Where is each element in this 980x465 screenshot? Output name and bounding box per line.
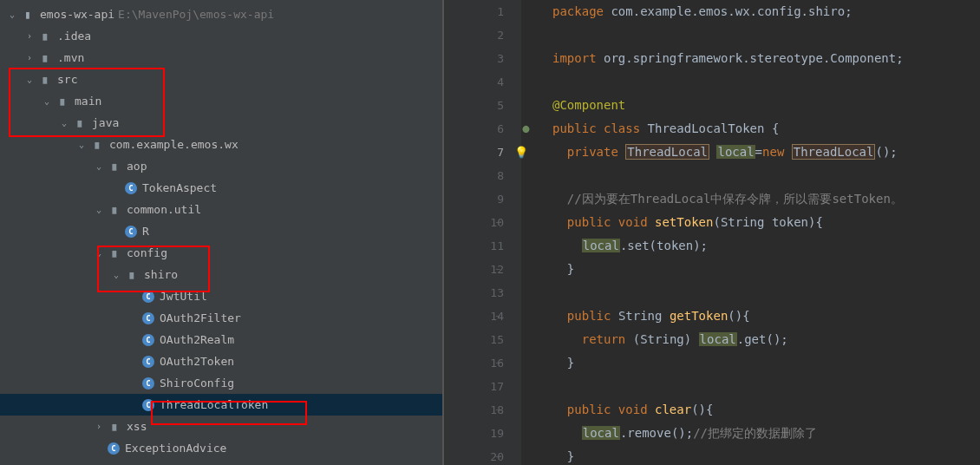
tree-item-com-example-emos-wx[interactable]: ⌄com.example.emos.wx [0, 134, 442, 155]
tree-item-aop[interactable]: ⌄aop [0, 155, 442, 177]
fold-icon[interactable]: − [496, 445, 500, 465]
tree-item-oauth2realm[interactable]: OAuth2Realm [0, 329, 442, 350]
code-token: private [567, 145, 625, 159]
chevron-right-icon[interactable]: › [24, 31, 35, 42]
chevron-right-icon[interactable]: › [24, 53, 35, 63]
class-icon [142, 399, 154, 411]
fold-icon[interactable]: − [496, 258, 500, 281]
tree-item-shiroconfig[interactable]: ShiroConfig [0, 372, 442, 394]
code-token: package [552, 4, 611, 18]
chevron-right-icon[interactable]: › [94, 422, 104, 432]
code-line[interactable]: public void setToken(String token){ [552, 211, 980, 234]
code-token: (String) [633, 332, 699, 346]
code-token: (){ [728, 309, 749, 323]
class-icon [108, 442, 120, 455]
tree-label: ThreadLocalToken [160, 398, 268, 411]
code-line[interactable]: public String getToken(){ [552, 305, 980, 328]
tree-label: OAuth2Filter [160, 311, 241, 324]
fold-icon[interactable]: − [496, 398, 500, 422]
tree-label: R [142, 225, 149, 238]
class-icon [142, 291, 154, 303]
code-line[interactable]: @Component [552, 94, 980, 117]
fold-icon[interactable]: − [496, 351, 500, 375]
folder-icon [38, 51, 52, 65]
tree-item-java[interactable]: ⌄java [0, 112, 442, 134]
code-line[interactable]: local.remove();//把绑定的数据删除了 [552, 422, 980, 445]
code-line[interactable] [552, 164, 980, 187]
project-icon [21, 8, 35, 22]
code-token: local [582, 426, 620, 440]
code-line[interactable] [552, 23, 980, 47]
class-icon [142, 377, 154, 390]
tree-item-oauth2filter[interactable]: OAuth2Filter [0, 307, 442, 329]
tree-item--mvn[interactable]: ›.mvn [0, 47, 442, 69]
tree-item-config[interactable]: ⌄config [0, 242, 442, 264]
folder-icon [38, 29, 52, 43]
code-line[interactable] [552, 281, 980, 305]
tree-label: com.example.emos.wx [109, 138, 238, 151]
tree-item-src[interactable]: ⌄src [0, 69, 442, 90]
fold-icon[interactable]: − [496, 305, 500, 328]
code-line[interactable]: import org.springframework.stereotype.Co… [552, 47, 980, 70]
tree-label: ShiroConfig [160, 377, 234, 390]
code-line[interactable] [552, 70, 980, 94]
tree-item-common-util[interactable]: ⌄common.util [0, 199, 442, 220]
tree-item-threadlocaltoken[interactable]: ThreadLocalToken [0, 394, 442, 416]
code-token: com.example.emos.wx.config.shiro; [611, 4, 852, 18]
tree-item-emos-wx-api[interactable]: ⌄emos-wx-apiE:\MavenPoj\emos-wx-api [0, 3, 442, 25]
chevron-down-icon[interactable]: ⌄ [42, 96, 52, 107]
code-token: (); [875, 145, 897, 159]
code-area[interactable]: package com.example.emos.wx.config.shiro… [521, 0, 980, 465]
tree-label: TokenAspect [142, 181, 217, 194]
code-token: //因为要在ThreadLocal中保存令牌，所以需要setToken。 [567, 192, 903, 206]
code-token: ThreadLocal [792, 144, 876, 160]
tree-item-tokenaspect[interactable]: TokenAspect [0, 177, 442, 199]
chevron-down-icon[interactable]: ⌄ [111, 270, 121, 280]
code-line[interactable]: } [552, 445, 980, 465]
gutter-line: 18− [445, 398, 504, 422]
package-icon [125, 268, 139, 282]
tree-item-r[interactable]: R [0, 220, 442, 242]
chevron-down-icon[interactable]: ⌄ [7, 10, 17, 20]
tree-item-jwtutil[interactable]: JwtUtil [0, 285, 442, 307]
class-icon [142, 334, 154, 346]
chevron-down-icon[interactable]: ⌄ [94, 161, 104, 172]
code-token: getToken [670, 309, 728, 323]
project-tree-panel[interactable]: ⌄emos-wx-apiE:\MavenPoj\emos-wx-api›.ide… [0, 0, 442, 465]
code-line[interactable]: public void clear(){ [552, 398, 980, 422]
tree-label: .mvn [57, 51, 84, 64]
code-line[interactable]: } [552, 258, 980, 281]
gutter-line: 2 [445, 23, 504, 47]
code-line[interactable]: } [552, 351, 980, 375]
code-line[interactable]: //因为要在ThreadLocal中保存令牌，所以需要setToken。 [552, 187, 980, 211]
code-token: .remove(); [620, 426, 693, 440]
code-token: public void [567, 215, 655, 229]
class-icon [125, 226, 137, 238]
gutter-line: 6⬤ [445, 117, 504, 141]
chevron-down-icon[interactable]: ⌄ [94, 205, 104, 215]
tree-label: java [92, 116, 119, 129]
code-token: ThreadLocalToken [648, 121, 772, 135]
code-line[interactable]: public class ThreadLocalToken { [552, 117, 980, 141]
code-line[interactable]: return (String) local.get(); [552, 328, 980, 351]
code-line[interactable]: package com.example.emos.wx.config.shiro… [552, 0, 980, 23]
code-token: = [755, 145, 762, 159]
fold-icon[interactable]: − [496, 211, 500, 234]
code-line[interactable] [552, 375, 980, 398]
tree-item-main[interactable]: ⌄main [0, 90, 442, 112]
chevron-down-icon[interactable]: ⌄ [24, 75, 35, 85]
package-icon [108, 246, 121, 260]
code-line[interactable]: private ThreadLocal local=new ThreadLoca… [552, 141, 980, 164]
spring-bean-icon[interactable]: ⬤ [522, 117, 530, 141]
bulb-icon[interactable]: 💡 [514, 141, 528, 164]
tree-item-oauth2token[interactable]: OAuth2Token [0, 350, 442, 372]
gutter-line: 9 [445, 187, 504, 211]
tree-item-exceptionadvice[interactable]: ExceptionAdvice [0, 437, 442, 459]
chevron-down-icon[interactable]: ⌄ [59, 118, 69, 128]
tree-item-shiro[interactable]: ⌄shiro [0, 264, 442, 285]
tree-item--idea[interactable]: ›.idea [0, 25, 442, 47]
code-line[interactable]: local.set(token); [552, 234, 980, 258]
chevron-down-icon[interactable]: ⌄ [76, 140, 87, 150]
tree-item-xss[interactable]: ›xss [0, 416, 442, 437]
chevron-down-icon[interactable]: ⌄ [94, 248, 104, 259]
